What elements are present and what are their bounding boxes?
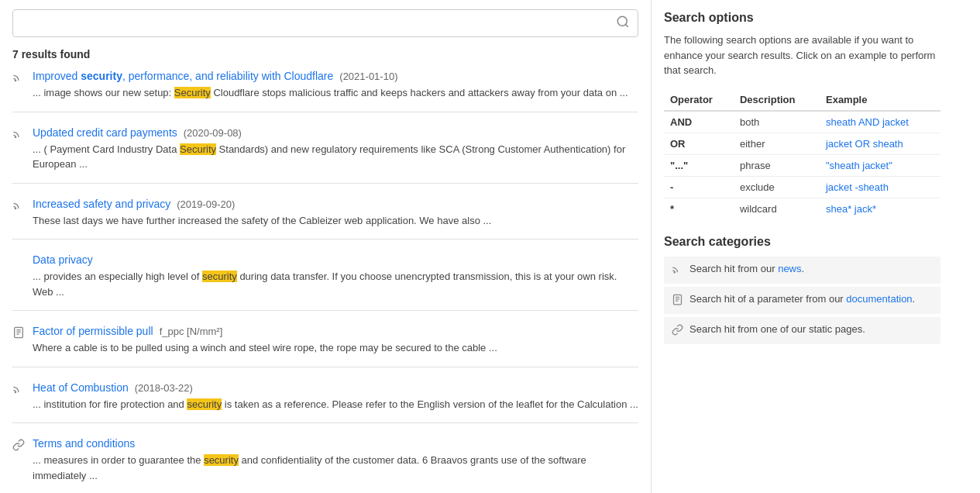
description-cell: exclude (734, 176, 820, 198)
example-link[interactable]: jacket OR sheath (826, 138, 903, 150)
list-item: Increased safety and privacy (2019-09-20… (12, 198, 638, 240)
col-header-example: Example (820, 89, 940, 111)
result-content: Improved security, performance, and reli… (33, 70, 638, 101)
search-results-panel: security 7 results found Improved securi… (0, 0, 651, 493)
results-count: 7 results found (12, 48, 638, 60)
doc-icon (672, 294, 683, 308)
example-cell: jacket -sheath (820, 176, 940, 198)
search-input[interactable]: security (21, 17, 616, 30)
table-row: - exclude jacket -sheath (664, 176, 940, 198)
rss-icon (12, 199, 26, 229)
col-header-operator: Operator (664, 89, 734, 111)
operator-cell: * (664, 198, 734, 219)
category-text: Search hit from one of our static pages. (689, 323, 865, 335)
example-cell: "sheath jacket" (820, 154, 940, 176)
svg-line-1 (625, 24, 628, 26)
result-snippet: These last days we have further increase… (33, 213, 638, 229)
category-link[interactable]: news (778, 263, 801, 274)
result-content: Terms and conditions ... measures in ord… (33, 437, 638, 483)
search-options-title: Search options (664, 11, 940, 25)
category-text: Search hit of a parameter from our docum… (689, 293, 915, 305)
category-text: Search hit from our news. (689, 263, 804, 274)
col-header-description: Description (734, 89, 820, 111)
result-snippet: ... ( Payment Card Industry Data Securit… (33, 142, 638, 172)
description-cell: both (734, 111, 820, 133)
result-link[interactable]: Factor of permissible pull (33, 325, 153, 337)
result-snippet: Where a cable is to be pulled using a wi… (33, 340, 638, 356)
description-cell: phrase (734, 154, 820, 176)
result-snippet: ... provides an especially high level of… (33, 269, 638, 299)
list-item: Heat of Combustion (2018-03-22) ... inst… (12, 381, 638, 424)
result-content: Data privacy ... provides an especially … (33, 253, 638, 299)
list-item: Improved security, performance, and reli… (12, 70, 638, 112)
list-item: Updated credit card payments (2020-09-08… (12, 126, 638, 184)
example-cell: sheath AND jacket (820, 111, 940, 133)
example-link[interactable]: jacket -sheath (826, 181, 889, 193)
rss-icon (672, 264, 683, 278)
rss-icon (12, 128, 26, 172)
rss-icon (12, 71, 26, 101)
example-link[interactable]: sheath AND jacket (826, 116, 909, 128)
result-content: Increased safety and privacy (2019-09-20… (33, 198, 638, 229)
search-categories-section: Search categories Search hit from our ne… (664, 235, 940, 344)
categories-title: Search categories (664, 235, 940, 249)
result-link[interactable]: Heat of Combustion (33, 381, 129, 394)
description-cell: wildcard (734, 198, 820, 219)
table-row: AND both sheath AND jacket (664, 111, 940, 133)
svg-point-0 (617, 16, 627, 26)
operator-cell: "..." (664, 154, 734, 176)
result-link[interactable]: Improved security, performance, and reli… (33, 70, 333, 82)
table-row: * wildcard shea* jack* (664, 198, 940, 219)
list-item: Data privacy ... provides an especially … (12, 253, 638, 311)
result-snippet: ... image shows our new setup: Security … (33, 85, 638, 101)
search-options-desc: The following search options are availab… (664, 33, 940, 78)
result-snippet: ... institution for fire protection and … (33, 397, 638, 412)
result-date: (2020-09-08) (184, 127, 242, 139)
description-cell: either (734, 133, 820, 154)
category-link[interactable]: documentation (846, 293, 912, 305)
result-link[interactable]: Data privacy (33, 253, 93, 266)
result-content: Heat of Combustion (2018-03-22) ... inst… (33, 381, 638, 412)
search-button[interactable] (616, 15, 630, 32)
search-icon (616, 15, 630, 29)
result-date: (2021-01-10) (339, 71, 397, 82)
category-item-static: Search hit from one of our static pages. (664, 317, 940, 344)
link-icon (12, 439, 26, 483)
table-row: OR either jacket OR sheath (664, 133, 940, 154)
operator-cell: AND (664, 111, 734, 133)
empty-icon (12, 255, 26, 299)
example-link[interactable]: "sheath jacket" (826, 160, 892, 171)
rss-icon (12, 383, 26, 412)
result-snippet: ... measures in order to guarantee the s… (33, 453, 638, 483)
operator-cell: - (664, 176, 734, 198)
example-cell: jacket OR sheath (820, 133, 940, 154)
operator-cell: OR (664, 133, 734, 154)
category-item-news: Search hit from our news. (664, 257, 940, 284)
doc-icon (12, 326, 26, 356)
link-icon (672, 324, 683, 338)
list-item: Factor of permissible pull f_ppc [N/mm²]… (12, 325, 638, 367)
example-cell: shea* jack* (820, 198, 940, 219)
result-date: (2019-09-20) (177, 198, 235, 210)
result-date: (2018-03-22) (135, 382, 193, 394)
right-panel: Search options The following search opti… (651, 0, 953, 493)
search-options-table: Operator Description Example AND both sh… (664, 89, 940, 219)
result-link[interactable]: Terms and conditions (33, 437, 135, 450)
result-content: Updated credit card payments (2020-09-08… (33, 126, 638, 172)
result-content: Factor of permissible pull f_ppc [N/mm²]… (33, 325, 638, 356)
result-link[interactable]: Updated credit card payments (33, 126, 177, 139)
result-meta: f_ppc [N/mm²] (160, 326, 223, 337)
category-item-docs: Search hit of a parameter from our docum… (664, 287, 940, 314)
search-bar: security (12, 9, 638, 37)
example-link[interactable]: shea* jack* (826, 203, 876, 215)
table-row: "..." phrase "sheath jacket" (664, 154, 940, 176)
result-link[interactable]: Increased safety and privacy (33, 198, 170, 210)
list-item: Terms and conditions ... measures in ord… (12, 437, 638, 493)
